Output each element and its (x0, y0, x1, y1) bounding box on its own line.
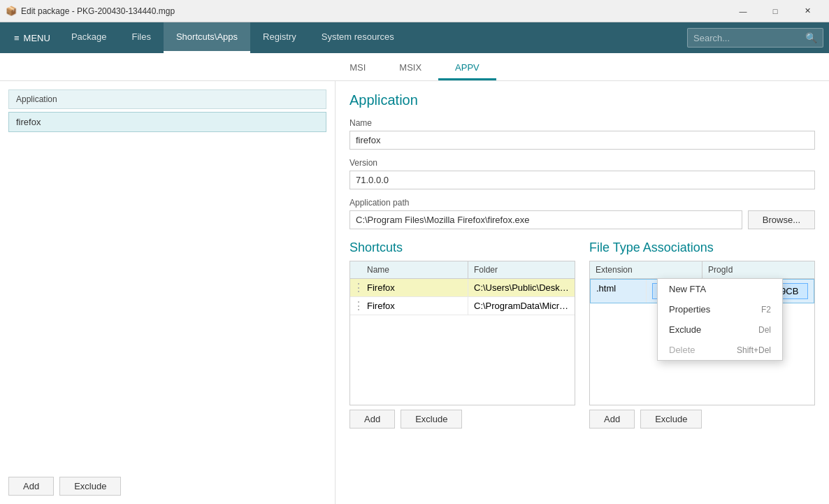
name-label: Name (349, 118, 815, 128)
delete-shortcut: Shift+Del (737, 345, 771, 355)
shortcut-folder-cell: C:\Users\Public\Desktop (468, 279, 575, 296)
shortcuts-col-folder: Folder (468, 261, 575, 278)
shortcuts-section: Shortcuts Name Folder ⋮ Firefox C:\Users… (349, 240, 575, 429)
context-menu-item-delete[interactable]: Delete Shift+Del (658, 340, 782, 360)
new-fta-label: New FTA (669, 284, 706, 294)
version-input[interactable] (349, 171, 815, 189)
table-row[interactable]: ⋮ Firefox C:\Users\Public\Desktop (350, 279, 575, 297)
table-row[interactable]: ⋮ Firefox C:\ProgramData\Microsoft\Windo… (350, 297, 575, 315)
tab-msi[interactable]: MSI (333, 57, 382, 80)
name-field-group: Name (349, 118, 815, 150)
version-label: Version (349, 158, 815, 168)
tab-shortcuts-apps[interactable]: Shortcuts\Apps (164, 22, 250, 53)
window-title: Edit package - PKG-200430-134440.mgp (21, 6, 727, 16)
properties-shortcut: F2 (761, 305, 771, 315)
left-add-button[interactable]: Add (8, 477, 54, 496)
tab-appv[interactable]: APPV (438, 57, 496, 80)
maximize-button[interactable]: □ (759, 0, 791, 22)
app-icon: 📦 (6, 6, 17, 17)
drag-handle-icon: ⋮ (350, 297, 361, 315)
menu-label: MENU (24, 33, 50, 43)
version-field-group: Version (349, 158, 815, 189)
fta-extension-cell: .html (591, 280, 647, 303)
fta-title: File Type Associations (589, 240, 815, 255)
context-menu-item-new-fta[interactable]: New FTA (658, 279, 782, 299)
left-exclude-button[interactable]: Exclude (59, 477, 121, 496)
app-path-field-group: Application path Browse... (349, 198, 815, 229)
shortcuts-drag-spacer (350, 261, 361, 278)
exclude-shortcut: Del (758, 325, 771, 335)
fta-table-header: Extension ProgId (590, 261, 814, 279)
shortcuts-footer: Add Exclude (349, 410, 575, 429)
application-section-title: Application (349, 92, 815, 108)
delete-label: Delete (669, 345, 695, 355)
nav-tabs: Package Files Shortcuts\Apps Registry Sy… (59, 22, 407, 53)
tab-system-resources[interactable]: System resources (309, 22, 407, 53)
minimize-button[interactable]: — (727, 0, 759, 22)
window-controls: — □ ✕ (727, 0, 823, 22)
tab-registry[interactable]: Registry (250, 22, 309, 53)
shortcut-folder-cell: C:\ProgramData\Microsoft\Windows\S (468, 297, 575, 315)
browse-button[interactable]: Browse... (748, 210, 815, 229)
left-panel-footer: Add Exclude (8, 471, 326, 496)
app-path-row: Browse... (349, 210, 815, 229)
menu-toggle-button[interactable]: ≡ MENU (6, 29, 59, 48)
fta-footer: Add Exclude (589, 410, 815, 429)
context-menu-item-exclude[interactable]: Exclude Del (658, 319, 782, 340)
shortcuts-col-name: Name (361, 261, 468, 278)
search-box: 🔍 (687, 28, 823, 48)
menu-bar: ≡ MENU Package Files Shortcuts\Apps Regi… (0, 22, 829, 53)
title-bar: 📦 Edit package - PKG-200430-134440.mgp —… (0, 0, 829, 22)
close-button[interactable]: ✕ (791, 0, 823, 22)
app-path-label: Application path (349, 198, 815, 208)
name-input[interactable] (349, 131, 815, 150)
tab-package[interactable]: Package (59, 22, 120, 53)
fta-exclude-button[interactable]: Exclude (640, 410, 702, 429)
left-panel: Application firefox Add Exclude (0, 81, 336, 504)
drag-handle-icon: ⋮ (350, 279, 361, 296)
shortcuts-table: Name Folder ⋮ Firefox C:\Users\Public\De… (349, 261, 575, 405)
tab-msix[interactable]: MSIX (382, 57, 438, 80)
tab-files[interactable]: Files (119, 22, 163, 53)
app-path-input[interactable] (349, 210, 742, 229)
context-menu-item-properties[interactable]: Properties F2 (658, 299, 782, 319)
fta-col-progid: ProgId (702, 261, 814, 278)
shortcuts-title: Shortcuts (349, 240, 575, 255)
fta-add-button[interactable]: Add (589, 410, 635, 429)
context-menu: New FTA Properties F2 Exclude Del Delete… (657, 278, 783, 361)
search-input[interactable] (693, 33, 805, 43)
shortcuts-exclude-button[interactable]: Exclude (401, 410, 462, 429)
sub-tabs: MSI MSIX APPV (0, 53, 829, 81)
shortcuts-add-button[interactable]: Add (349, 410, 395, 429)
hamburger-icon: ≡ (14, 33, 20, 43)
application-list-header: Application (8, 89, 326, 109)
fta-col-extension: Extension (590, 261, 702, 278)
shortcuts-table-body: ⋮ Firefox C:\Users\Public\Desktop ⋮ Fire… (350, 279, 575, 405)
shortcuts-table-header: Name Folder (350, 261, 575, 279)
shortcut-name-cell: Firefox (361, 279, 468, 296)
shortcut-name-cell: Firefox (361, 297, 468, 315)
app-list-item[interactable]: firefox (8, 112, 326, 132)
exclude-label: Exclude (669, 324, 701, 335)
properties-label: Properties (669, 304, 710, 315)
search-icon: 🔍 (805, 32, 817, 43)
